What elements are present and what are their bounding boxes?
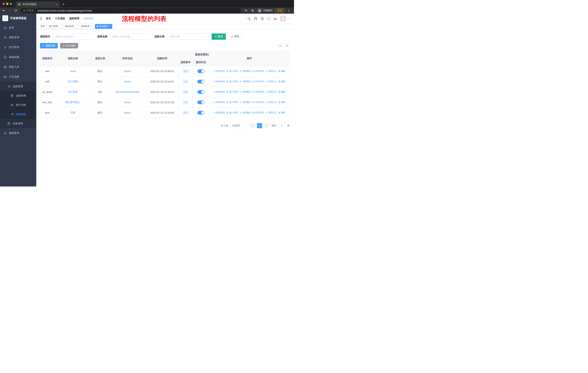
process-name-link[interactable]: 测试多审批人 — [65, 101, 81, 104]
row-action-edit[interactable]: 修改流程 — [213, 101, 225, 104]
font-size-icon[interactable] — [273, 17, 277, 20]
page-tag-1[interactable]: 租户管理 — [47, 24, 62, 29]
goto-page-input[interactable] — [278, 123, 286, 128]
row-action-publish[interactable]: 发布流程 — [252, 111, 264, 114]
process-name-link[interactable]: 自己审批 — [68, 80, 78, 83]
row-action-definition[interactable]: 流程定义 — [265, 101, 277, 104]
page-size-select[interactable]: 10条/页 — [230, 123, 247, 128]
row-action-design[interactable]: 设计流程 — [226, 70, 238, 73]
active-toggle[interactable] — [197, 101, 205, 104]
page-tag-4[interactable]: 流程模型 — [95, 24, 112, 29]
form-link[interactable]: /bpm/oa/leave/create — [116, 91, 139, 93]
process-name-link[interactable]: OA 请假 — [68, 90, 77, 93]
create-process-button[interactable]: 新建流程 — [40, 43, 58, 49]
tab-close-icon[interactable] — [56, 3, 58, 6]
row-action-definition[interactable]: 流程定义 — [265, 80, 277, 83]
row-action-design[interactable]: 设计流程 — [226, 90, 238, 93]
github-icon[interactable] — [254, 17, 257, 20]
close-icon[interactable] — [109, 25, 111, 27]
row-action-delete[interactable]: 删除 — [278, 111, 285, 114]
sidebar-item-task-mgmt[interactable]: 任务管理 — [0, 119, 36, 128]
minimize-window-button[interactable] — [6, 3, 8, 5]
process-name-link[interactable]: eeee — [70, 70, 76, 73]
row-action-assign[interactable]: 分配规则 — [239, 70, 251, 73]
row-action-assign[interactable]: 分配规则 — [239, 90, 251, 93]
sidebar-item-user-group[interactable]: 用户分组 — [0, 100, 36, 110]
import-process-button[interactable]: 导入流程 — [60, 43, 78, 49]
row-action-edit[interactable]: 修改流程 — [213, 80, 225, 83]
form-link[interactable]: biubiu — [124, 80, 131, 83]
browser-tab[interactable]: 芋道管理系统 — [16, 1, 60, 8]
help-icon[interactable] — [261, 17, 264, 20]
next-page-button[interactable] — [263, 123, 269, 128]
active-toggle[interactable] — [197, 90, 205, 94]
page-tag-0[interactable]: 首页 — [39, 24, 46, 29]
bookmark-star-icon[interactable] — [251, 9, 254, 12]
prev-page-button[interactable] — [251, 123, 256, 128]
sidebar-item-payment[interactable]: 支付管理 — [0, 42, 36, 52]
row-action-publish[interactable]: 发布流程 — [252, 90, 264, 93]
password-key-icon[interactable] — [244, 9, 248, 12]
page-tag-2[interactable]: 我的流程 — [63, 24, 78, 29]
row-action-design[interactable]: 设计流程 — [226, 80, 238, 83]
row-action-design[interactable]: 设计流程 — [226, 101, 238, 104]
row-action-definition[interactable]: 流程定义 — [265, 70, 277, 73]
row-action-edit[interactable]: 修改流程 — [213, 70, 225, 73]
process-name-input[interactable] — [110, 33, 151, 40]
sidebar-item-workflow[interactable]: 工作流程 — [0, 72, 36, 82]
row-action-assign[interactable]: 分配规则 — [239, 101, 251, 104]
toggle-search-button[interactable] — [278, 43, 283, 48]
security-warning-icon[interactable] — [23, 9, 26, 12]
page-number-button[interactable]: 1 — [257, 123, 262, 128]
row-action-design[interactable]: 设计流程 — [226, 111, 238, 114]
sidebar-item-home[interactable]: 首页 — [0, 23, 36, 33]
row-action-edit[interactable]: 修改流程 — [213, 90, 225, 93]
breadcrumb-item-1[interactable]: 工作流程 — [55, 17, 65, 20]
forward-button[interactable] — [8, 9, 11, 12]
close-window-button[interactable] — [2, 3, 5, 5]
form-link[interactable]: biubiu — [124, 70, 131, 73]
row-action-delete[interactable]: 删除 — [278, 90, 285, 93]
zoom-window-button[interactable] — [10, 3, 12, 5]
row-action-delete[interactable]: 删除 — [278, 80, 285, 83]
sidebar-item-process-model[interactable]: 流程模型 — [0, 110, 36, 119]
sidebar-item-process-form[interactable]: 流程表单 — [0, 91, 36, 100]
back-button[interactable] — [2, 9, 6, 12]
sidebar-item-process-mgmt[interactable]: 流程管理 — [0, 82, 36, 91]
row-action-publish[interactable]: 发布流程 — [252, 70, 264, 73]
row-action-edit[interactable]: 修改流程 — [213, 111, 225, 114]
row-action-publish[interactable]: 发布流程 — [252, 101, 264, 104]
user-avatar[interactable] — [280, 16, 286, 21]
sidebar-toggle-icon[interactable] — [39, 17, 43, 20]
sidebar-logo[interactable]: 芋道管理系统 — [0, 14, 36, 23]
address-bar[interactable]: 不安全 dashboard.yudao.iocoder.cn/bpm/manag… — [21, 8, 241, 13]
sidebar-item-infrastructure[interactable]: 基础设施 — [0, 52, 36, 62]
search-icon[interactable] — [247, 17, 251, 20]
chrome-update-button[interactable]: 更新 — [275, 8, 285, 13]
chrome-menu-icon[interactable] — [287, 9, 291, 12]
row-action-assign[interactable]: 分配规则 — [239, 80, 251, 83]
process-key-input[interactable] — [53, 33, 94, 40]
close-icon[interactable] — [74, 25, 77, 27]
refresh-table-button[interactable] — [284, 43, 290, 48]
close-icon[interactable] — [59, 25, 61, 27]
fullscreen-icon[interactable] — [267, 17, 271, 20]
page-tag-3[interactable]: 流程表单 — [79, 24, 94, 29]
active-toggle[interactable] — [197, 111, 205, 115]
sidebar-item-leave-query[interactable]: 请假查询 — [0, 128, 36, 138]
active-toggle[interactable] — [197, 69, 205, 73]
breadcrumb-item-0[interactable]: 首页 — [46, 17, 51, 20]
reset-button[interactable]: 重置 — [228, 33, 242, 40]
row-action-delete[interactable]: 删除 — [278, 101, 285, 104]
breadcrumb-item-2[interactable]: 流程管理 — [69, 17, 79, 20]
sidebar-item-devtools[interactable]: 研发工具 — [0, 62, 36, 72]
sidebar-item-system[interactable]: 系统管理 — [0, 33, 36, 42]
new-tab-button[interactable] — [62, 3, 65, 6]
reload-button[interactable] — [14, 9, 17, 12]
row-action-delete[interactable]: 删除 — [278, 70, 285, 73]
row-action-assign[interactable]: 分配规则 — [239, 111, 251, 114]
row-action-definition[interactable]: 流程定义 — [265, 111, 277, 114]
form-link[interactable]: biubiu — [124, 101, 131, 104]
process-category-select[interactable]: 流程分类 — [167, 33, 209, 40]
row-action-definition[interactable]: 流程定义 — [265, 90, 277, 93]
